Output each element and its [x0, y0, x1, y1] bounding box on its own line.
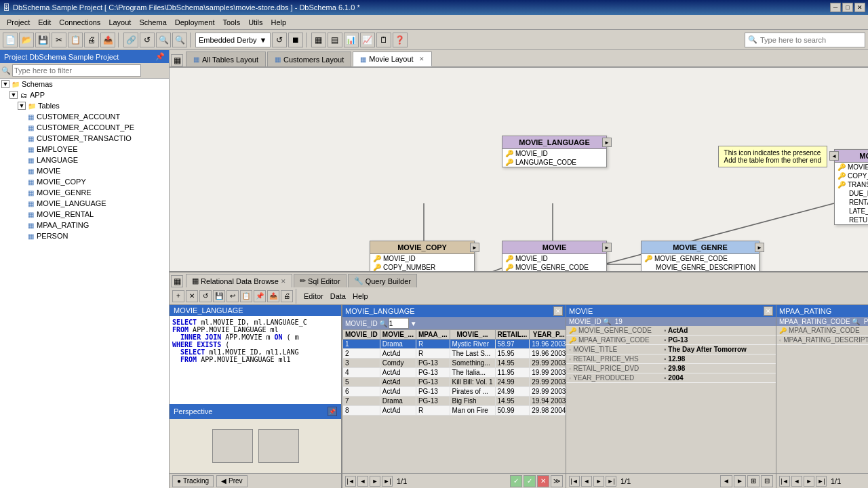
sidebar-item-movie[interactable]: ▦ MOVIE	[24, 165, 169, 176]
copy-data-button[interactable]: 📋	[240, 290, 252, 302]
next-page-button[interactable]: ►	[370, 476, 380, 487]
minimize-button[interactable]: ─	[830, 3, 841, 12]
tab-customers[interactable]: ▦ Customers Layout	[267, 52, 351, 66]
collapse-grid-button[interactable]: ⊟	[761, 475, 773, 487]
btab-query[interactable]: 🔧 Query Builder	[348, 274, 417, 287]
prev-page-button[interactable]: ◄	[791, 476, 802, 487]
sidebar-item-person[interactable]: ▦ PERSON	[24, 230, 169, 241]
table-row[interactable]: 3 Comdy PG-13 Something... 14.95 29.99 2…	[343, 359, 566, 368]
expand-grid-button[interactable]: ⊞	[747, 475, 760, 487]
sidebar-item-movie-genre[interactable]: ▦ MOVIE_GENRE	[24, 187, 169, 198]
prev-button[interactable]: ◀ Prev	[216, 475, 248, 487]
sql-content[interactable]: SELECT ml.MOVIE_ID, ml.LANGUAGE_C FROM A…	[170, 316, 341, 404]
grid-close-button[interactable]: ✕	[764, 306, 773, 316]
copy-button[interactable]: 📋	[68, 33, 83, 47]
first-page-button[interactable]: |◄	[569, 476, 580, 487]
filter-input[interactable]	[12, 64, 141, 77]
nav-right-button[interactable]: ►	[734, 475, 746, 487]
col-header[interactable]: MOVIE_...	[450, 330, 495, 340]
last-page-button[interactable]: ►|	[382, 476, 393, 487]
prev-page-button[interactable]: ◄	[357, 476, 368, 487]
sidebar-item-mpaa-rating[interactable]: ▦ MPAA_RATING	[24, 220, 169, 230]
sidebar-pin-button[interactable]: 📌	[155, 52, 165, 61]
grid-scroll[interactable]: 🔑MOVIE_GENRE_CODE ◦ ActAd 🔑MPAA_RATING_C…	[566, 326, 776, 473]
sidebar-item-movie-language[interactable]: ▦ MOVIE_LANGUAGE	[24, 198, 169, 209]
grid-scroll[interactable]: 🔑MPAA_RATING_CODE ◦ PG-13 ◦MPAA_RATING_D…	[776, 326, 868, 473]
refresh-data-button[interactable]: ↺	[199, 290, 212, 302]
col-header[interactable]: YEAR_P...	[530, 330, 566, 340]
diagram-table-movie-genre[interactable]: MOVIE_GENRE 🔑MOVIE_GENRE_CODE MOVIE_GENR…	[641, 241, 760, 271]
sidebar-item-customer-account[interactable]: ▦ CUSTOMER_ACCOUNT	[24, 111, 169, 122]
layout-button[interactable]: ▦	[311, 33, 326, 47]
close-button[interactable]: ✕	[854, 3, 865, 12]
maximize-button[interactable]: □	[842, 3, 853, 12]
add-row-button[interactable]: +	[172, 290, 184, 302]
table-row[interactable]: 4 ActAd PG-13 The Italia... 11.95 19.99 …	[343, 368, 566, 378]
diagram-table-movie-copy[interactable]: MOVIE_COPY 🔑MOVIE_ID 🔑COPY_NUMBER DATE_A…	[370, 241, 475, 271]
menu-project[interactable]: Project	[3, 17, 34, 28]
cancel-button[interactable]: ✕	[537, 475, 549, 487]
refresh-button[interactable]: ↺	[140, 33, 155, 47]
table-expand-button[interactable]: ►	[602, 243, 612, 252]
first-page-button[interactable]: |◄	[345, 476, 356, 487]
diagram-table-movie[interactable]: MOVIE 🔑MOVIE_ID 🔑MOVIE_GENRE_CODE 🔑MPAA_…	[502, 241, 607, 271]
print-data-button[interactable]: 🖨	[281, 290, 293, 302]
delete-row-button[interactable]: ✕	[186, 290, 198, 302]
grid-close-button[interactable]: ✕	[553, 306, 563, 316]
tab-close-icon[interactable]: ✕	[419, 56, 425, 62]
form-button[interactable]: 🗒	[376, 33, 391, 47]
zoom-out-button[interactable]: 🔍	[172, 33, 187, 47]
export-data-button[interactable]: 📤	[267, 290, 279, 302]
table-row[interactable]: 1 Drama R Mystic River 58.97 19.96 2003	[343, 340, 566, 349]
col-header[interactable]: RETAIL...	[495, 330, 530, 340]
table-row[interactable]: 6 ActAd PG-13 Pirates of ... 24.99 29.99…	[343, 387, 566, 396]
expand-tables[interactable]: ▼	[18, 102, 26, 110]
diagram-table-movie-language[interactable]: MOVIE_LANGUAGE 🔑MOVIE_ID 🔑LANGUAGE_CODE …	[502, 136, 607, 167]
save-data-button[interactable]: 💾	[213, 290, 225, 302]
tree-item-tables[interactable]: ▼ 📁 Tables	[16, 100, 169, 111]
btab-sql[interactable]: ✏ Sql Editor	[294, 274, 347, 287]
btab-close-icon[interactable]: ✕	[281, 278, 286, 285]
col-header[interactable]: MPAA_...	[416, 330, 450, 340]
sidebar-item-movie-copy[interactable]: ▦ MOVIE_COPY	[24, 176, 169, 187]
sidebar-item-customer-account-pe[interactable]: ▦ CUSTOMER_ACCOUNT_PE	[24, 122, 169, 133]
next-page-button[interactable]: ►	[593, 476, 604, 487]
col-header[interactable]: MOVIE_...	[380, 330, 416, 340]
last-page-button[interactable]: ►|	[816, 476, 827, 487]
more-button[interactable]: ≫	[551, 475, 563, 487]
conn-button[interactable]: 🔗	[123, 33, 138, 47]
confirm2-button[interactable]: ✓	[524, 475, 536, 487]
table-row[interactable]: 5 ActAd PG-13 Kill Bill: Vol. 1 24.99 29…	[343, 378, 566, 387]
last-page-button[interactable]: ►|	[606, 476, 616, 487]
pin-button[interactable]: 📌	[328, 407, 337, 416]
print-button[interactable]: 🖨	[84, 33, 99, 47]
filter-input[interactable]	[389, 318, 409, 329]
refresh2-button[interactable]: ↺	[272, 33, 287, 47]
tab-all-tables[interactable]: ▦ All Tables Layout	[186, 52, 266, 66]
sidebar-item-movie-rental[interactable]: ▦ MOVIE_RENTAL	[24, 209, 169, 220]
table-button[interactable]: ▤	[328, 33, 342, 47]
search-input[interactable]	[760, 36, 862, 44]
tracking-button[interactable]: ● Tracking	[172, 475, 214, 487]
menu-help[interactable]: Help	[267, 17, 291, 28]
stop-button[interactable]: ⏹	[288, 33, 303, 47]
open-button[interactable]: 📂	[19, 33, 34, 47]
table-expand-button[interactable]: ►	[755, 243, 764, 252]
tree-item-app[interactable]: ▼ 🗂 APP	[8, 89, 169, 100]
new-button[interactable]: 📄	[3, 33, 18, 47]
btab-relational[interactable]: ▦ Relational Data Browse ✕	[186, 274, 292, 287]
expand-app[interactable]: ▼	[9, 91, 18, 99]
col-header[interactable]: MOVIE_ID	[343, 330, 380, 340]
sidebar-item-employee[interactable]: ▦ EMPLOYEE	[24, 144, 169, 155]
export-button[interactable]: 📤	[100, 33, 115, 47]
table-expand-button[interactable]: ►	[470, 243, 479, 252]
menu-schema[interactable]: Schema	[135, 17, 170, 28]
report-button[interactable]: 📊	[344, 33, 359, 47]
menu-connections[interactable]: Connections	[55, 17, 104, 28]
prev-page-button[interactable]: ◄	[581, 476, 592, 487]
next-page-button[interactable]: ►	[804, 476, 814, 487]
diagram[interactable]: MOVIE_LANGUAGE 🔑MOVIE_ID 🔑LANGUAGE_CODE …	[170, 68, 868, 271]
save-button[interactable]: 💾	[35, 33, 50, 47]
bottom-layout-button[interactable]: ▦	[171, 275, 183, 287]
tree-item-schemas[interactable]: ▼ 📁 Schemas	[0, 79, 169, 89]
